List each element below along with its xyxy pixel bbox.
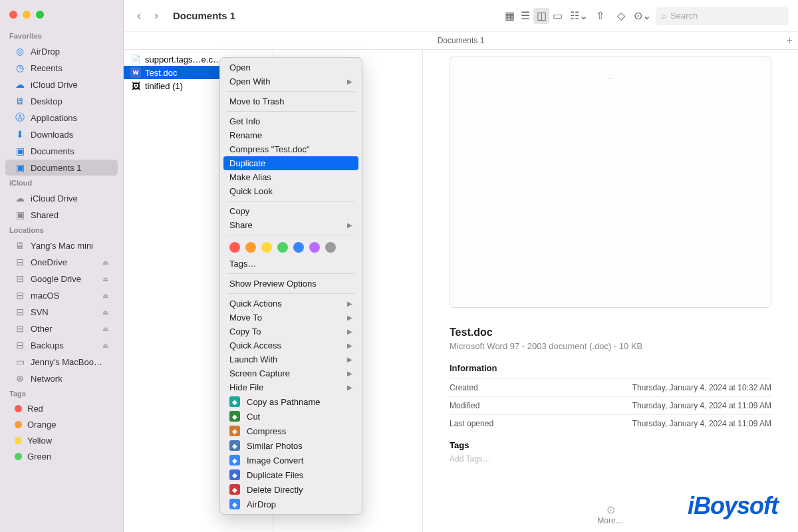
ctx-item-copy-to[interactable]: Copy To▶: [220, 325, 362, 338]
eject-icon[interactable]: ⏏: [102, 292, 108, 299]
ctx-item-show-preview-options[interactable]: Show Preview Options: [220, 277, 362, 291]
ctx-item-copy[interactable]: Copy: [220, 204, 362, 218]
sidebar-item-favorites-6[interactable]: ▣Documents: [5, 143, 118, 159]
ctx-item-share[interactable]: Share▶: [220, 218, 362, 232]
sidebar-item-tags-3[interactable]: Green: [5, 449, 118, 464]
new-tab-button[interactable]: +: [787, 35, 793, 47]
ctx-item-hide-file[interactable]: Hide File▶: [220, 380, 362, 394]
eject-icon[interactable]: ⏏: [102, 325, 108, 332]
ctx-item-delete-directly[interactable]: ◆Delete Directly: [220, 482, 362, 497]
clock-icon: ◷: [15, 63, 25, 73]
close-window-button[interactable]: [9, 11, 17, 19]
ctx-item-open[interactable]: Open: [220, 61, 362, 74]
preview-pane: -- Test.doc Microsoft Word 97 - 2003 doc…: [423, 50, 798, 532]
ctx-separator: [227, 111, 355, 112]
ctx-separator: [227, 273, 355, 274]
ctx-item-quick-look[interactable]: Quick Look: [220, 184, 362, 198]
sidebar-item-tags-1[interactable]: Orange: [5, 417, 118, 432]
sidebar-item-locations-5[interactable]: ⊟Other⏏: [5, 321, 118, 336]
sidebar-item-tags-0[interactable]: Red: [5, 401, 118, 416]
ctx-item-move-to[interactable]: Move To▶: [220, 311, 362, 325]
tag-button[interactable]: ◇: [613, 8, 629, 24]
sidebar-item-favorites-4[interactable]: ⒶApplications: [5, 110, 118, 126]
column-view-button[interactable]: ◫: [533, 8, 549, 24]
ctx-item-duplicate-files[interactable]: ◆Duplicate Files: [220, 467, 362, 482]
minimize-window-button[interactable]: [23, 11, 31, 19]
disk-icon: ⊟: [15, 290, 25, 301]
icon-view-button[interactable]: ▦: [501, 8, 517, 24]
ctx-item-airdrop[interactable]: ◆AirDrop: [220, 497, 362, 511]
ctx-separator: [227, 293, 355, 294]
ctx-item-get-info[interactable]: Get Info: [220, 114, 362, 128]
sidebar-item-tags-2[interactable]: Yellow: [5, 433, 118, 448]
disk-icon: ⊟: [15, 307, 25, 317]
ctx-item-cut[interactable]: ◆Cut: [220, 409, 362, 424]
tag-color-choice[interactable]: [325, 242, 336, 253]
ctx-item-quick-actions[interactable]: Quick Actions▶: [220, 297, 362, 311]
back-button[interactable]: ‹: [133, 9, 145, 23]
tag-color-choice[interactable]: [261, 242, 272, 253]
sidebar-item-favorites-5[interactable]: ⬇Downloads: [5, 126, 118, 142]
gallery-view-button[interactable]: ▭: [549, 8, 565, 24]
info-row-2: Last openedThursday, January 4, 2024 at …: [450, 414, 771, 432]
search-field[interactable]: ⌕ Search: [656, 7, 789, 25]
tag-color-choice[interactable]: [229, 242, 240, 253]
sidebar-item-locations-3[interactable]: ⊟macOS⏏: [5, 287, 118, 303]
ctx-item-screen-capture[interactable]: Screen Capture▶: [220, 366, 362, 380]
sidebar-item-icloud-0[interactable]: ☁iCloud Drive: [5, 190, 118, 206]
sidebar-item-locations-2[interactable]: ⊟Google Drive⏏: [5, 271, 118, 287]
app-icon: ◆: [229, 484, 240, 495]
ctx-item-make-alias[interactable]: Make Alias: [220, 170, 362, 184]
ctx-item-move-to-trash[interactable]: Move to Trash: [220, 94, 362, 108]
app-icon: ◆: [229, 499, 240, 509]
sidebar-item-locations-6[interactable]: ⊟Backups⏏: [5, 337, 118, 353]
eject-icon[interactable]: ⏏: [102, 309, 108, 316]
tag-color-choice[interactable]: [293, 242, 304, 253]
ctx-item-compress-test-doc-[interactable]: Compress "Test.doc": [220, 142, 362, 156]
eject-icon[interactable]: ⏏: [102, 342, 108, 349]
sidebar-section-tags: Tags: [0, 387, 123, 400]
tag-color-choice[interactable]: [245, 242, 256, 253]
ctx-item-quick-access[interactable]: Quick Access▶: [220, 338, 362, 352]
maximize-window-button[interactable]: [36, 11, 44, 19]
eject-icon[interactable]: ⏏: [102, 275, 108, 283]
ctx-item-image-convert[interactable]: ◆Image Convert: [220, 453, 362, 467]
sidebar-item-locations-4[interactable]: ⊟SVN⏏: [5, 304, 118, 320]
ctx-item-compress[interactable]: ◆Compress: [220, 424, 362, 438]
ctx-item-launch-with[interactable]: Launch With▶: [220, 352, 362, 366]
sidebar-item-locations-8[interactable]: ⊛Network: [5, 370, 118, 386]
ctx-item-duplicate[interactable]: Duplicate: [223, 156, 358, 170]
submenu-arrow-icon: ▶: [347, 221, 352, 229]
ctx-item-open-with[interactable]: Open With▶: [220, 74, 362, 88]
group-by-button[interactable]: ☷⌄: [571, 8, 587, 24]
sidebar-item-locations-1[interactable]: ⊟OneDrive⏏: [5, 254, 118, 270]
ctx-item-copy-as-pathname[interactable]: ◆Copy as Pathname: [220, 394, 362, 409]
sidebar-item-locations-0[interactable]: 🖥Yang's Mac mini: [5, 237, 118, 253]
ctx-separator: [227, 91, 355, 92]
sidebar-item-favorites-7[interactable]: ▣Documents 1: [5, 160, 118, 176]
tags-placeholder[interactable]: Add Tags…: [450, 454, 771, 464]
sidebar-item-favorites-0[interactable]: ◎AirDrop: [5, 43, 118, 59]
tag-color-choice[interactable]: [277, 242, 288, 253]
tag-color-choice[interactable]: [309, 242, 320, 253]
eject-icon[interactable]: ⏏: [102, 259, 108, 266]
ctx-separator: [227, 201, 355, 201]
tab-bar: Documents 1 +: [124, 32, 798, 50]
ctx-item-similar-photos[interactable]: ◆Similar Photos: [220, 438, 362, 453]
sidebar-item-locations-7[interactable]: ▭Jenny's MacBoo…: [5, 354, 118, 370]
ctx-item-tags-[interactable]: Tags…: [220, 257, 362, 271]
sidebar-item-favorites-1[interactable]: ◷Recents: [5, 60, 118, 76]
window-title: Documents 1: [173, 10, 235, 21]
downloads-icon: ⬇: [15, 129, 25, 140]
sidebar-item-favorites-2[interactable]: ☁iCloud Drive: [5, 76, 118, 92]
more-actions-button[interactable]: ⊙⌄: [634, 8, 650, 24]
list-view-button[interactable]: ☰: [517, 8, 533, 24]
folder-icon: ▣: [15, 146, 25, 156]
share-button[interactable]: ⇧: [592, 8, 608, 24]
sidebar-item-favorites-3[interactable]: 🖥Desktop: [5, 93, 118, 109]
sidebar-item-icloud-1[interactable]: ▣Shared: [5, 207, 118, 223]
forward-button[interactable]: ›: [150, 9, 162, 23]
ctx-item-rename[interactable]: Rename: [220, 128, 362, 142]
tab-label[interactable]: Documents 1: [438, 36, 485, 45]
network-icon: ⊛: [15, 373, 25, 384]
